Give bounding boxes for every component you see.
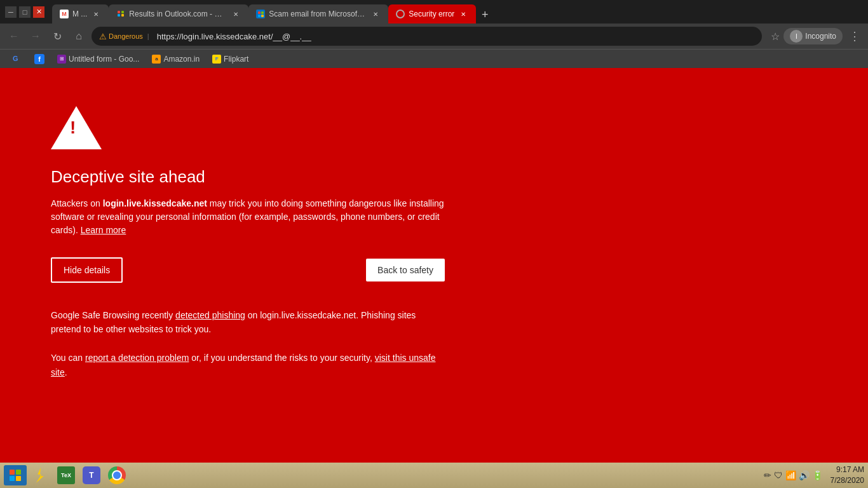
tab-gmail[interactable]: M M ... ✕ — [52, 4, 109, 24]
address-bar: ← → ↻ ⌂ ⚠ Dangerous | https://login.live… — [0, 24, 868, 49]
bookmark-google[interactable]: G — [8, 53, 27, 65]
bookmark-flipkart-label: Flipkart — [224, 55, 248, 64]
bookmark-flipkart[interactable]: F Flipkart — [207, 53, 254, 65]
taskbar-tex-app[interactable]: TeX — [55, 465, 78, 485]
warning-details: Google Safe Browsing recently detected p… — [51, 308, 445, 379]
bookmark-amazon[interactable]: a Amazon.in — [147, 53, 205, 65]
tab-scam[interactable]: Scam email from Microsoft? - Mi... ✕ — [248, 4, 388, 24]
form-icon: ⊞ — [57, 55, 66, 64]
lightning-icon — [33, 468, 48, 483]
tab-security-close[interactable]: ✕ — [458, 9, 468, 19]
clock-time: 9:17 AM — [831, 464, 864, 475]
taskbar: TeX T ✏ 🛡 📶 🔊 🔋 9:17 AM 7/28/2020 — [0, 463, 868, 488]
detail-1-prefix: Google Safe Browsing recently — [51, 310, 175, 320]
back-to-safety-button[interactable]: Back to safety — [366, 259, 445, 281]
tex-icon: TeX — [57, 466, 75, 484]
detail-2-prefix: You can — [51, 353, 85, 363]
tab-security[interactable]: Security error ✕ — [388, 4, 476, 24]
flipkart-icon: F — [212, 55, 221, 64]
tab-scam-close[interactable]: ✕ — [370, 9, 381, 19]
antivirus-icon: 🛡 — [774, 470, 783, 480]
scam-favicon — [256, 10, 265, 18]
danger-badge: ⚠ Dangerous | — [99, 32, 152, 41]
detail-2-mid: or, if you understand the risks to your … — [189, 353, 374, 363]
bookmark-untitled-form[interactable]: ⊞ Untitled form - Goo... — [52, 53, 144, 65]
browser-chrome: ─ □ ✕ M M ... ✕ — [0, 0, 868, 68]
network-icon: 📶 — [785, 470, 796, 480]
url-text[interactable]: https://login.live.kissedcake.net/__@__.… — [157, 32, 755, 41]
detail-paragraph-1: Google Safe Browsing recently detected p… — [51, 308, 445, 337]
bookmark-star-icon[interactable]: ☆ — [771, 30, 780, 43]
bookmark-untitled-form-label: Untitled form - Goo... — [69, 55, 139, 64]
tab-scam-title: Scam email from Microsoft? - Mi... — [269, 10, 367, 18]
start-button[interactable] — [4, 465, 27, 485]
system-tray: ✏ 🛡 📶 🔊 🔋 — [759, 470, 828, 480]
button-row: Hide details Back to safety — [51, 257, 445, 283]
facebook-icon: f — [34, 54, 44, 64]
tab-outlook-close[interactable]: ✕ — [231, 9, 241, 19]
title-bar: ─ □ ✕ M M ... ✕ — [0, 0, 868, 24]
page-content: Deceptive site ahead Attackers on login.… — [0, 68, 868, 463]
new-tab-button[interactable]: + — [476, 6, 494, 24]
report-detection-link[interactable]: report a detection problem — [85, 353, 189, 363]
desc-site: login.live.kissedcake.net — [103, 198, 207, 208]
danger-label: Dangerous — [109, 32, 143, 40]
triangle-warning-icon — [51, 106, 102, 149]
taskbar-clock[interactable]: 9:17 AM 7/28/2020 — [831, 464, 864, 486]
gmail-favicon: M — [60, 10, 69, 18]
tab-outlook-title: Results in Outlook.com - Micros... — [129, 10, 227, 18]
forward-button[interactable]: → — [27, 27, 44, 45]
teams-icon: T — [83, 466, 100, 484]
profile-label: Incognito — [805, 32, 836, 41]
volume-icon: 🔊 — [799, 470, 810, 480]
chrome-icon — [108, 466, 126, 484]
pen-icon: ✏ — [764, 470, 771, 480]
taskbar-lightning-app[interactable] — [29, 465, 52, 485]
tab-outlook[interactable]: Results in Outlook.com - Micros... ✕ — [109, 4, 248, 24]
detected-phishing-link[interactable]: detected phishing — [175, 310, 245, 320]
learn-more-link[interactable]: Learn more — [81, 225, 126, 235]
bookmarks-bar: G f ⊞ Untitled form - Goo... a Amazon.in… — [0, 49, 868, 68]
back-button[interactable]: ← — [5, 27, 23, 45]
detail-2-end: . — [65, 367, 67, 377]
tabs-bar: M M ... ✕ Results in Outlook.com - Micro… — [52, 0, 863, 24]
bookmark-facebook[interactable]: f — [29, 52, 50, 66]
bookmark-amazon-label: Amazon.in — [163, 55, 200, 64]
warning-icon-area — [51, 106, 445, 152]
maximize-button[interactable]: □ — [19, 6, 31, 18]
outlook-favicon — [116, 10, 125, 18]
amazon-icon: a — [152, 55, 161, 64]
address-input-wrap[interactable]: ⚠ Dangerous | https://login.live.kissedc… — [92, 27, 762, 46]
desc-prefix: Attackers on — [51, 198, 103, 208]
profile-button[interactable]: I Incognito — [783, 28, 843, 44]
battery-icon: 🔋 — [812, 470, 823, 480]
warning-container: Deceptive site ahead Attackers on login.… — [51, 106, 445, 379]
tab-gmail-close[interactable]: ✕ — [91, 9, 101, 19]
profile-avatar: I — [790, 30, 803, 43]
warning-description: Attackers on login.live.kissedcake.net m… — [51, 197, 445, 237]
detail-paragraph-2: You can report a detection problem or, i… — [51, 351, 445, 379]
danger-triangle-icon: ⚠ — [99, 32, 107, 41]
browser-menu-button[interactable]: ⋮ — [846, 27, 863, 46]
taskbar-chrome-app[interactable] — [105, 465, 128, 485]
warning-heading: Deceptive site ahead — [51, 167, 445, 187]
minimize-button[interactable]: ─ — [5, 6, 17, 18]
clock-date: 7/28/2020 — [831, 475, 864, 486]
windows-logo — [10, 470, 21, 481]
close-button[interactable]: ✕ — [33, 6, 44, 18]
home-button[interactable]: ⌂ — [70, 27, 88, 45]
taskbar-teams-app[interactable]: T — [80, 465, 103, 485]
hide-details-button[interactable]: Hide details — [51, 257, 123, 283]
refresh-button[interactable]: ↻ — [48, 27, 66, 45]
tab-security-title: Security error — [409, 10, 454, 18]
tab-gmail-title: M ... — [72, 10, 87, 18]
window-controls: ─ □ ✕ — [5, 6, 44, 18]
security-favicon — [396, 10, 405, 18]
